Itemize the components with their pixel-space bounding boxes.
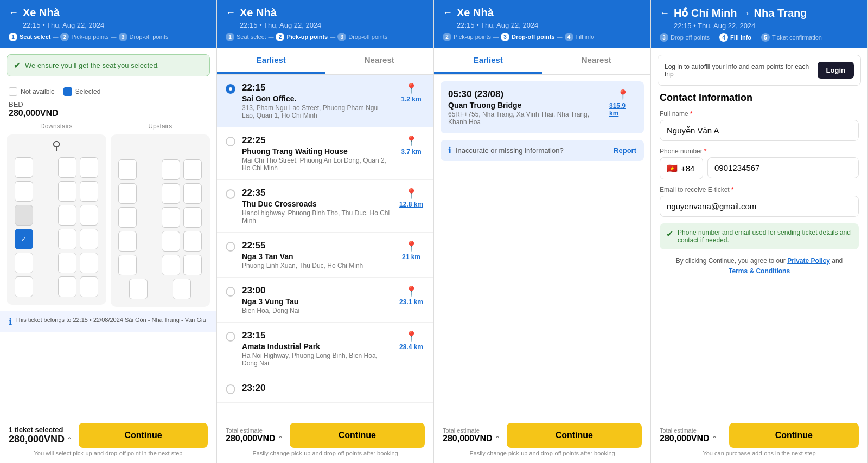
seat-d1-1[interactable]: [15, 157, 33, 178]
seat-u1-3[interactable]: [162, 159, 180, 180]
step-3-circle-2: 3: [501, 33, 509, 41]
radio-3[interactable]: [226, 242, 235, 252]
seat-u3-1[interactable]: [118, 207, 137, 228]
list-item[interactable]: 22:35 Thu Duc Crossroads Hanoi highway, …: [217, 180, 433, 233]
chevron-up-3[interactable]: ⌃: [495, 435, 500, 442]
email-input[interactable]: [660, 196, 859, 217]
tab-nearest-2[interactable]: Nearest: [326, 48, 434, 74]
seat-u2-4[interactable]: [183, 183, 202, 204]
phone-label: Phone number *: [660, 147, 859, 155]
seat-u5-3[interactable]: [162, 255, 180, 275]
chevron-up-1[interactable]: ⌃: [67, 436, 72, 443]
radio-1[interactable]: [226, 137, 235, 146]
country-selector[interactable]: 🇻🇳 +84: [660, 157, 703, 179]
list-item[interactable]: 22:15 Sai Gon Office. 313, Pham Ngu Lao …: [217, 75, 433, 127]
seat-u3-3[interactable]: [162, 207, 180, 228]
seat-u1-1[interactable]: [118, 159, 137, 180]
seat-d1-3[interactable]: [58, 157, 76, 178]
seat-u2-3[interactable]: [162, 183, 180, 204]
continue-button-2[interactable]: Continue: [290, 423, 425, 448]
private-policy-link[interactable]: Private Policy: [787, 257, 830, 265]
chevron-up-2[interactable]: ⌃: [278, 435, 283, 442]
seat-u6-1[interactable]: [129, 279, 148, 299]
continue-button-4[interactable]: Continue: [729, 423, 859, 448]
dist-val-4: 23.1 km: [399, 298, 423, 306]
seat-u4-1[interactable]: [118, 231, 137, 252]
back-button-3[interactable]: ←: [443, 7, 452, 18]
info-icon-ticket: ℹ: [9, 317, 12, 327]
tab-nearest-3[interactable]: Nearest: [542, 48, 651, 74]
seat-d4-4[interactable]: [80, 229, 98, 249]
total-price-3: 280,000VND: [443, 434, 493, 443]
unavail-box: [9, 87, 17, 96]
fullname-label: Full name *: [660, 110, 859, 118]
steps-2: 1 Seat select — 2 Pick-up points — 3 Dro…: [226, 33, 425, 41]
title-2: Xe Nhà: [240, 7, 425, 19]
seat-row-u6: [115, 279, 206, 299]
radio-2[interactable]: [226, 189, 235, 199]
continue-button-3[interactable]: Continue: [507, 423, 642, 448]
country-code: +84: [681, 164, 694, 173]
seat-d4-1[interactable]: ✓: [15, 229, 33, 249]
seat-u3-4[interactable]: [183, 207, 202, 228]
radio-4[interactable]: [226, 287, 235, 297]
terms-conditions-link[interactable]: Terms & Conditions: [729, 267, 790, 275]
seat-d4-3[interactable]: [58, 229, 76, 249]
radio-6[interactable]: [226, 384, 235, 394]
pin-icon-5: 📍: [405, 330, 417, 342]
back-button-4[interactable]: ←: [660, 8, 669, 19]
seat-d1-4[interactable]: [80, 157, 98, 178]
list-item[interactable]: 23:15 Amata Industrial Park Ha Noi Highw…: [217, 323, 433, 375]
list-item[interactable]: 22:55 Nga 3 Tan Van Phuong Linh Xuan, Th…: [217, 233, 433, 278]
seat-d2-3[interactable]: [58, 181, 76, 202]
back-button-1[interactable]: ←: [9, 7, 18, 18]
body-2: 22:15 Sai Gon Office. 313, Pham Ngu Lao …: [217, 75, 433, 416]
required-star-name: *: [690, 110, 693, 118]
seat-u2-1[interactable]: [118, 183, 137, 204]
seat-u1-4[interactable]: [183, 159, 202, 180]
seat-row-d2: [11, 181, 102, 202]
list-item[interactable]: 22:25 Phuong Trang Waiting House Mai Chi…: [217, 127, 433, 180]
tab-earliest-3[interactable]: Earliest: [434, 48, 542, 74]
steps-4: 3 Drop-off points — 4 Fill info — 5 Tick…: [660, 33, 859, 42]
seat-d2-1[interactable]: [15, 181, 33, 202]
seat-d3-4[interactable]: [80, 205, 98, 226]
seat-u6-3[interactable]: [173, 279, 191, 299]
seat-row-d4: ✓: [11, 229, 102, 249]
list-item[interactable]: 23:00 Nga 3 Vung Tau Bien Hoa, Dong Nai …: [217, 278, 433, 323]
fullname-input[interactable]: [660, 120, 859, 141]
seat-d3-3[interactable]: [58, 205, 76, 226]
radio-0[interactable]: [226, 84, 235, 94]
pickup-info-0: 22:15 Sai Gon Office. 313, Pham Ngu Lao …: [242, 82, 391, 119]
seat-d5-4[interactable]: [80, 253, 98, 273]
seat-d6-3[interactable]: [58, 276, 76, 297]
total-label-3: Total estimate: [443, 427, 500, 434]
seat-u5-gap: [140, 255, 158, 275]
seat-row-u3: [115, 207, 206, 228]
phone-input[interactable]: [707, 157, 859, 178]
seat-d6-4[interactable]: [80, 276, 98, 297]
seat-d6-1[interactable]: [15, 276, 33, 297]
seat-u4-3[interactable]: [162, 231, 180, 252]
report-link[interactable]: Report: [614, 146, 636, 155]
check-icon: ✔: [14, 60, 21, 70]
seat-d2-4[interactable]: [80, 181, 98, 202]
seat-u4-4[interactable]: [183, 231, 202, 252]
seat-d5-1[interactable]: [15, 253, 33, 273]
step-2-circle-3: 3: [337, 33, 346, 41]
inaccurate-bar: ℹ Inaccurate or missing information? Rep…: [441, 140, 644, 161]
seat-row-u5: [115, 255, 206, 275]
dist-val-dropoff: 315.9 km: [609, 102, 636, 117]
required-star-phone: *: [704, 147, 707, 155]
chevron-up-4[interactable]: ⌃: [712, 435, 717, 442]
seat-u5-1[interactable]: [118, 255, 137, 275]
seat-d5-3[interactable]: [58, 253, 76, 273]
tab-earliest-2[interactable]: Earliest: [217, 48, 326, 74]
back-button-2[interactable]: ←: [226, 7, 235, 18]
continue-button-1[interactable]: Continue: [79, 423, 208, 448]
login-button[interactable]: Login: [818, 62, 854, 79]
radio-5[interactable]: [226, 332, 235, 342]
section-title-contact: Contact Information: [651, 92, 867, 110]
list-item[interactable]: 23:20: [217, 375, 433, 403]
seat-u5-4[interactable]: [183, 255, 202, 275]
